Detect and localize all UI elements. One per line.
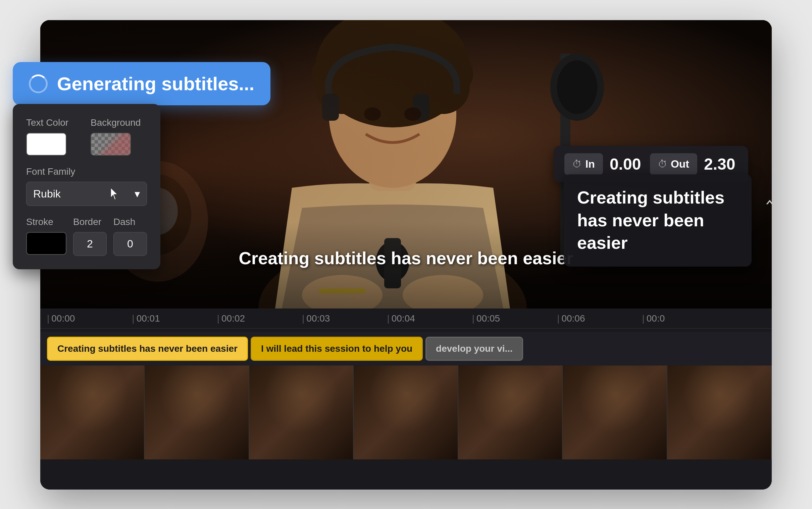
generating-badge: Generating subtitles...	[13, 62, 270, 105]
subtitle-chip-2[interactable]: develop your vi...	[425, 337, 523, 361]
text-color-swatch[interactable]	[26, 133, 66, 156]
thumb-4	[458, 366, 563, 460]
dash-label: Dash	[113, 216, 147, 227]
tick-3: 00:03	[302, 313, 330, 324]
out-label: Out	[671, 158, 689, 170]
subtitle-chip-0[interactable]: Creating subtitles has never been easier	[47, 337, 248, 361]
thumb-5	[563, 366, 667, 460]
stroke-label: Stroke	[26, 216, 66, 227]
subtitle-chip-1[interactable]: I will lead this session to help you	[251, 337, 423, 361]
thumb-0	[40, 366, 144, 460]
timeline-area: 00:00 00:01 00:02 00:03 00:04 00:05 00:0…	[40, 308, 772, 489]
tick-2: 00:02	[217, 313, 245, 324]
thumbnails-strip	[40, 366, 772, 460]
font-family-label: Font Family	[26, 166, 147, 177]
text-color-label: Text Color	[26, 117, 83, 128]
timeline-ruler: 00:00 00:01 00:02 00:03 00:04 00:05 00:0…	[40, 308, 772, 329]
subtitle-popup: Creating subtitles has never been easier	[564, 174, 752, 267]
video-subtitle: Creating subtitles has never been easier	[238, 248, 573, 268]
out-value: 2.30	[704, 155, 738, 173]
stroke-swatch[interactable]	[26, 232, 66, 255]
thumb-2	[249, 366, 354, 460]
border-label: Border	[73, 216, 107, 227]
chevron-down-icon: ▾	[135, 188, 140, 200]
loading-spinner-icon	[29, 74, 47, 93]
font-family-select[interactable]: Rubik ▾	[26, 182, 147, 206]
generating-text: Generating subtitles...	[57, 73, 254, 95]
border-input[interactable]: 2	[73, 232, 107, 256]
timer-in-icon: ⏱	[573, 159, 582, 170]
dash-input[interactable]: 0	[113, 232, 147, 256]
tick-6: 00:06	[557, 313, 585, 324]
in-label: In	[585, 158, 594, 170]
tick-1: 00:01	[132, 313, 160, 324]
tick-0: 00:00	[47, 313, 75, 324]
thumb-1	[144, 366, 249, 460]
out-timecode-btn[interactable]: ⏱ Out	[650, 153, 697, 175]
background-swatch[interactable]	[91, 133, 131, 156]
thumb-6	[668, 366, 772, 460]
tick-4: 00:04	[387, 313, 415, 324]
style-panel: Text Color Background Font Family Rubik …	[13, 104, 160, 269]
popup-subtitle-text: Creating subtitles has never been easier	[577, 186, 738, 254]
tick-7: 00:0	[642, 313, 665, 324]
scene: Creating subtitles has never been easier…	[0, 0, 812, 509]
subtitle-track: Creating subtitles has never been easier…	[40, 332, 772, 366]
text-cursor-icon: ‸	[766, 179, 773, 204]
mouse-cursor	[110, 187, 118, 201]
thumb-3	[354, 366, 458, 460]
tick-5: 00:05	[472, 313, 500, 324]
background-label: Background	[91, 117, 147, 128]
timer-out-icon: ⏱	[658, 159, 668, 170]
in-timecode-btn[interactable]: ⏱ In	[564, 153, 603, 175]
font-family-value: Rubik	[33, 188, 61, 200]
in-value: 0.00	[610, 155, 643, 173]
